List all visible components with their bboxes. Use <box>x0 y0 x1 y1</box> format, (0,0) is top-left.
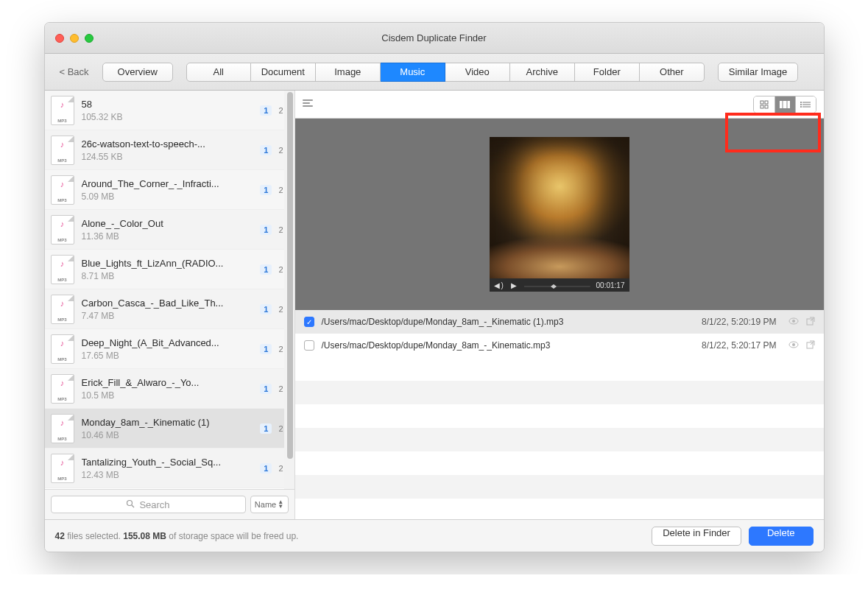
svg-rect-7 <box>783 101 786 108</box>
playback-bar: ◀) ▶ 00:01:17 <box>490 278 629 292</box>
dup-counts: 12 <box>260 344 286 354</box>
tab-all[interactable]: All <box>186 63 251 82</box>
list-item-text: Carbon_Casca_-_Bad_Like_Th...7.47 MB <box>82 298 255 321</box>
similar-image-button[interactable]: Similar Image <box>718 63 798 82</box>
svg-point-12 <box>800 102 802 103</box>
list-item-text: Deep_Night_(A_Bit_Advanced...17.65 MB <box>82 337 255 361</box>
seek-slider[interactable] <box>524 280 590 291</box>
list-item[interactable]: ♪MP3Monday_8am_-_Kinematic (1)10.46 MB12 <box>45 409 294 448</box>
list-item[interactable]: ♪MP3Deep_Night_(A_Bit_Advanced...17.65 M… <box>45 329 294 369</box>
dup-counts: 12 <box>260 384 286 394</box>
dup-counts: 12 <box>260 185 286 195</box>
file-list[interactable]: ♪MP358105.32 KB12♪MP326c-watson-text-to-… <box>45 91 294 489</box>
list-item-text: Around_The_Corner_-_Infracti...5.09 MB <box>82 178 255 202</box>
app-window: Cisdem Duplicate Finder < Back Overview … <box>44 22 825 552</box>
list-item[interactable]: ♪MP3Erick_Fill_&_Alwaro_-_Yo...10.5 MB12 <box>45 369 294 409</box>
svg-rect-4 <box>761 105 763 108</box>
view-grid-button[interactable] <box>754 96 775 113</box>
mp3-icon: ♪MP3 <box>51 215 74 245</box>
titlebar: Cisdem Duplicate Finder <box>45 23 824 54</box>
file-size: 8.71 MB <box>82 271 255 281</box>
svg-line-1 <box>132 505 134 507</box>
tab-music[interactable]: Music <box>381 63 445 82</box>
sort-arrows-icon: ▲▼ <box>278 500 283 509</box>
row-checkbox[interactable] <box>304 340 314 351</box>
tab-archive[interactable]: Archive <box>510 63 575 82</box>
view-mode-segment <box>753 96 816 113</box>
reveal-icon[interactable] <box>788 317 799 327</box>
sidebar: ♪MP358105.32 KB12♪MP326c-watson-text-to-… <box>45 91 295 519</box>
count-selected: 1 <box>260 145 272 155</box>
list-item[interactable]: ♪MP3Alone_-_Color_Out11.36 MB12 <box>45 210 294 250</box>
list-options-icon[interactable] <box>303 98 313 110</box>
delete-button[interactable]: Delete <box>749 527 814 546</box>
list-item-text: Tantalizing_Youth_-_Social_Sq...12.43 MB <box>82 457 255 480</box>
list-item[interactable]: ♪MP358105.32 KB12 <box>45 91 294 130</box>
scrollbar[interactable] <box>284 91 294 489</box>
file-name: Around_The_Corner_-_Infracti... <box>82 178 255 189</box>
count-selected: 1 <box>260 463 272 474</box>
file-size: 124.55 KB <box>82 152 255 162</box>
tab-other[interactable]: Other <box>640 63 705 82</box>
list-item[interactable]: ♪MP326c-watson-text-to-speech-...124.55 … <box>45 130 294 170</box>
back-button[interactable]: < Back <box>54 63 95 80</box>
sort-select[interactable]: Name ▲▼ <box>250 496 289 513</box>
volume-icon[interactable]: ◀) <box>494 281 505 289</box>
file-date: 8/1/22, 5:20:17 PM <box>702 340 776 351</box>
search-placeholder: Search <box>139 499 169 510</box>
dup-counts: 12 <box>260 105 286 116</box>
count-selected: 1 <box>260 304 272 314</box>
open-external-icon[interactable] <box>806 340 815 351</box>
list-item[interactable]: ♪MP3Around_The_Corner_-_Infracti...5.09 … <box>45 170 294 210</box>
file-size: 11.36 MB <box>82 231 255 242</box>
dup-counts: 12 <box>260 264 286 275</box>
file-name: Carbon_Casca_-_Bad_Like_Th... <box>82 298 255 309</box>
view-list-button[interactable] <box>795 96 816 113</box>
mp3-icon: ♪MP3 <box>51 295 74 324</box>
search-input[interactable]: Search <box>51 496 246 513</box>
search-icon <box>126 499 135 510</box>
reveal-icon[interactable] <box>788 340 799 351</box>
svg-point-13 <box>800 104 802 105</box>
file-path: /Users/mac/Desktop/dupe/Monday_8am_-_Kin… <box>322 340 695 351</box>
file-name: 58 <box>82 99 255 110</box>
dup-counts: 12 <box>260 225 286 235</box>
file-name: Blue_Lights_ft_LizAnn_(RADIO... <box>82 258 255 269</box>
svg-rect-2 <box>761 101 763 104</box>
list-item[interactable]: ♪MP3Carbon_Casca_-_Bad_Like_Th...7.47 MB… <box>45 289 294 329</box>
tab-document[interactable]: Document <box>251 63 316 82</box>
tab-image[interactable]: Image <box>316 63 381 82</box>
dup-counts: 12 <box>260 423 286 434</box>
svg-rect-3 <box>765 101 768 104</box>
file-name: Monday_8am_-_Kinematic (1) <box>82 417 255 428</box>
svg-point-14 <box>800 106 802 108</box>
search-bar-row: Search Name ▲▼ <box>45 489 294 519</box>
list-item[interactable]: ♪MP3Blue_Lights_ft_LizAnn_(RADIO...8.71 … <box>45 250 294 289</box>
svg-rect-5 <box>765 105 768 108</box>
album-art <box>490 137 629 278</box>
row-checkbox[interactable]: ✓ <box>304 317 314 327</box>
svg-rect-6 <box>780 101 782 108</box>
file-path: /Users/mac/Desktop/dupe/Monday_8am_-_Kin… <box>322 317 695 327</box>
sort-label: Name <box>255 500 276 509</box>
svg-point-21 <box>792 343 795 346</box>
list-item[interactable]: ♪MP3Tantalizing_Youth_-_Social_Sq...12.4… <box>45 448 294 488</box>
tab-video[interactable]: Video <box>445 63 510 82</box>
view-columns-button[interactable] <box>775 96 795 113</box>
file-size: 7.47 MB <box>82 311 255 321</box>
file-name: 26c-watson-text-to-speech-... <box>82 138 255 150</box>
svg-point-0 <box>127 500 133 505</box>
detail-panel: ◀) ▶ 00:01:17 ✓/Users/mac/Desktop/dupe/M… <box>295 91 824 519</box>
open-external-icon[interactable] <box>806 317 815 328</box>
duplicate-row[interactable]: ✓/Users/mac/Desktop/dupe/Monday_8am_-_Ki… <box>295 310 824 334</box>
list-item-text: 26c-watson-text-to-speech-...124.55 KB <box>82 138 255 162</box>
duplicate-row[interactable]: /Users/mac/Desktop/dupe/Monday_8am_-_Kin… <box>295 334 824 357</box>
window-title: Cisdem Duplicate Finder <box>45 32 824 43</box>
overview-button[interactable]: Overview <box>102 63 173 82</box>
list-item-text: Monday_8am_-_Kinematic (1)10.46 MB <box>82 417 255 440</box>
delete-in-finder-button[interactable]: Delete in Finder <box>652 527 741 546</box>
play-icon[interactable]: ▶ <box>511 281 518 289</box>
tab-folder[interactable]: Folder <box>575 63 640 82</box>
dup-counts: 12 <box>260 304 286 314</box>
count-selected: 1 <box>260 344 272 354</box>
